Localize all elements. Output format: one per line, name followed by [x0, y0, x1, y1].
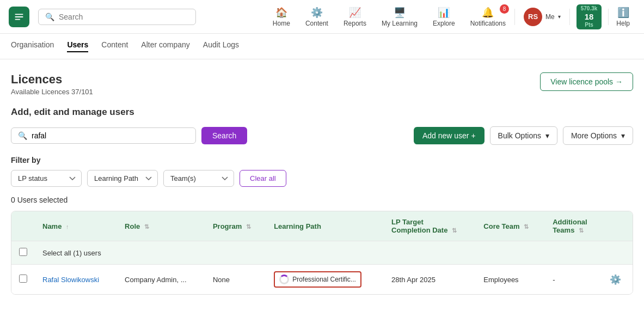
app-logo[interactable]	[9, 7, 29, 27]
row-actions-cell[interactable]: ⚙️	[602, 265, 633, 295]
lp-target-sort-icon: ⇅	[452, 227, 457, 234]
select-all-row: Select all (1) users	[11, 241, 633, 265]
more-options-label: More Options	[571, 131, 617, 140]
select-all-checkbox-cell[interactable]	[11, 241, 35, 265]
toolbar: 🔍 rafal Search Add new user + Bulk Optio…	[11, 126, 633, 145]
global-search-bar[interactable]: 🔍	[38, 9, 196, 25]
available-licences-label: Available Licences	[11, 88, 71, 96]
user-name-link[interactable]: Rafal Slowikowski	[42, 276, 99, 284]
th-additional-teams[interactable]: Additional Teams ⇅	[545, 211, 602, 241]
search-button[interactable]: Search	[201, 127, 247, 144]
nav-me[interactable]: RS Me ▾	[517, 5, 567, 28]
search-user-icon: 🔍	[18, 131, 27, 140]
pts-number: 18	[585, 12, 594, 22]
licences-info: Licences Available Licences 37/101	[11, 72, 93, 96]
table-body: Select all (1) users Rafal Slowikowski C…	[11, 241, 633, 295]
role-sort-icon: ⇅	[144, 223, 149, 230]
lp-cell: Professional Certific...	[274, 271, 361, 288]
row-core-team-cell: Employees	[476, 265, 545, 295]
table-header: Name ↑ Role ⇅ Program ⇅ Learning Path	[11, 211, 633, 241]
row-checkbox-cell[interactable]	[11, 265, 35, 295]
row-program: None	[213, 276, 230, 284]
th-role[interactable]: Role ⇅	[117, 211, 205, 241]
user-count: 0 Users selected	[11, 196, 633, 204]
available-count: 37/101	[71, 88, 93, 96]
filter-by-label: Filter by	[11, 156, 633, 164]
chevron-down-icon-bulk: ▾	[545, 131, 549, 140]
th-actions	[602, 211, 633, 241]
add-new-user-button[interactable]: Add new user +	[414, 127, 484, 144]
nav-help[interactable]: ℹ️ Help	[611, 4, 635, 29]
content-icon: ⚙️	[311, 7, 323, 19]
lp-status-filter[interactable]: LP status	[11, 170, 82, 187]
nav-reports-label: Reports	[344, 20, 366, 27]
top-nav: 🔍 🏠 Home ⚙️ Content 📈 Reports 🖥️ My Lear…	[0, 0, 644, 34]
row-role-cell: Company Admin, ...	[117, 265, 205, 295]
users-table: Name ↑ Role ⇅ Program ⇅ Learning Path	[11, 211, 633, 294]
view-licence-pools-button[interactable]: View licence pools →	[540, 72, 633, 91]
pts-total: 570.3k	[581, 5, 598, 12]
nav-notifications[interactable]: 8 🔔 Notifications	[464, 4, 512, 29]
nav-home-label: Home	[273, 20, 290, 27]
nav-my-learning[interactable]: 🖥️ My Learning	[375, 4, 424, 29]
bulk-options-button[interactable]: Bulk Options ▾	[490, 126, 557, 145]
global-search-input[interactable]	[59, 13, 189, 21]
subnav-users[interactable]: Users	[67, 40, 88, 52]
subnav-organisation[interactable]: Organisation	[11, 40, 54, 52]
th-core-team[interactable]: Core Team ⇅	[476, 211, 545, 241]
row-name-cell: Rafal Slowikowski	[35, 265, 117, 295]
nav-help-label: Help	[616, 20, 630, 27]
pts-label: Pts	[585, 22, 593, 28]
nav-content[interactable]: ⚙️ Content	[299, 4, 335, 29]
nav-explore[interactable]: 📊 Explore	[426, 4, 462, 29]
subnav-alter-company[interactable]: Alter company	[141, 40, 189, 52]
notifications-icon: 🔔	[482, 7, 494, 19]
notifications-badge: 8	[500, 4, 509, 14]
nav-divider-3	[608, 9, 609, 25]
teams-filter[interactable]: Team(s)	[163, 170, 234, 187]
nav-divider	[514, 9, 515, 25]
th-lp-target[interactable]: LP Target Completion Date ⇅	[384, 211, 476, 241]
licences-section: Licences Available Licences 37/101 View …	[11, 72, 633, 96]
pts-badge: 570.3k 18 Pts	[576, 4, 602, 29]
more-options-button[interactable]: More Options ▾	[563, 126, 633, 145]
nav-notifications-label: Notifications	[470, 20, 506, 27]
table-row: Rafal Slowikowski Company Admin, ... Non…	[11, 265, 633, 295]
program-sort-icon: ⇅	[246, 223, 251, 230]
row-lp-date-cell: 28th Apr 2025	[384, 265, 476, 295]
select-all-label[interactable]: Select all (1) users	[42, 249, 625, 257]
explore-icon: 📊	[438, 7, 450, 19]
help-icon: ℹ️	[617, 7, 629, 19]
nav-explore-label: Explore	[433, 20, 455, 27]
user-search-wrap[interactable]: 🔍 rafal	[11, 127, 196, 144]
th-name[interactable]: Name ↑	[35, 211, 117, 241]
manage-users-title: Add, edit and manage users	[11, 107, 633, 118]
gear-icon[interactable]: ⚙️	[610, 275, 621, 285]
select-all-checkbox[interactable]	[19, 248, 27, 256]
main-content: Licences Available Licences 37/101 View …	[0, 59, 644, 308]
subnav-content[interactable]: Content	[101, 40, 128, 52]
chevron-down-icon: ▾	[558, 14, 561, 20]
nav-home[interactable]: 🏠 Home	[266, 4, 297, 29]
nav-my-learning-label: My Learning	[382, 20, 418, 27]
row-checkbox[interactable]	[19, 275, 27, 283]
lp-progress-spinner	[279, 275, 289, 284]
th-program[interactable]: Program ⇅	[205, 211, 266, 241]
row-role: Company Admin, ...	[125, 276, 186, 284]
clear-all-button[interactable]: Clear all	[240, 170, 286, 187]
user-avatar: RS	[524, 8, 542, 26]
licences-sub: Available Licences 37/101	[11, 88, 93, 96]
nav-divider-2	[569, 9, 570, 25]
pts-section: 570.3k 18 Pts	[572, 4, 606, 29]
nav-reports[interactable]: 📈 Reports	[337, 4, 373, 29]
user-search-input[interactable]: rafal	[32, 131, 189, 140]
learning-path-filter[interactable]: Learning Path	[87, 170, 158, 187]
my-learning-icon: 🖥️	[394, 7, 406, 19]
bulk-options-label: Bulk Options	[498, 131, 541, 140]
row-lp-date: 28th Apr 2025	[391, 276, 436, 284]
licences-title: Licences	[11, 72, 93, 87]
th-checkbox	[11, 211, 35, 241]
sub-nav: Organisation Users Content Alter company…	[0, 34, 644, 59]
subnav-audit-logs[interactable]: Audit Logs	[203, 40, 239, 52]
nav-me-label: Me	[545, 13, 555, 21]
